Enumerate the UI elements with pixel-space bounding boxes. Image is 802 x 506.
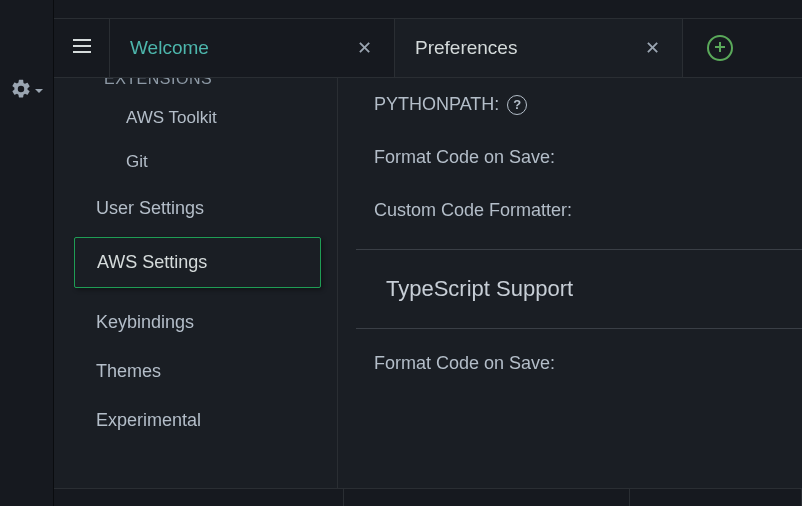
tab-label: Preferences: [415, 37, 517, 59]
status-cell[interactable]: [630, 489, 802, 506]
setting-label: Format Code on Save:: [374, 147, 555, 168]
activity-bar: [0, 0, 54, 506]
tab-menu-button[interactable]: [54, 19, 110, 77]
sidebar-item-experimental[interactable]: Experimental: [54, 396, 337, 445]
top-spacer: [54, 0, 802, 18]
preferences-panel: PYTHONPATH: ? Format Code on Save: Custo…: [338, 78, 802, 506]
setting-label: Custom Code Formatter:: [374, 200, 572, 221]
setting-pythonpath: PYTHONPATH: ?: [338, 78, 802, 131]
status-bar: [54, 488, 802, 506]
sidebar-item-aws-settings[interactable]: AWS Settings: [74, 237, 321, 288]
sidebar-item-keybindings[interactable]: Keybindings: [54, 298, 337, 347]
sidebar-item-git[interactable]: Git: [54, 140, 337, 184]
new-tab-button[interactable]: [707, 35, 733, 61]
setting-custom-code-formatter: Custom Code Formatter:: [338, 184, 802, 237]
setting-format-code-on-save: Format Code on Save:: [338, 131, 802, 184]
settings-gear-dropdown[interactable]: [10, 78, 44, 104]
tab-bar: Welcome ✕ Preferences ✕: [54, 18, 802, 78]
caret-down-icon: [34, 82, 44, 100]
tab-plus-area: [683, 19, 802, 77]
plus-icon: [714, 39, 726, 57]
tab-label: Welcome: [130, 37, 209, 59]
help-icon[interactable]: ?: [507, 95, 527, 115]
sidebar-item-themes[interactable]: Themes: [54, 347, 337, 396]
status-cell[interactable]: [54, 489, 344, 506]
setting-format-code-on-save-ts: Format Code on Save:: [338, 337, 802, 390]
preferences-sidebar: EXTENSIONS AWS Toolkit Git User Settings…: [54, 78, 338, 506]
setting-label: PYTHONPATH:: [374, 94, 499, 115]
hamburger-icon: [72, 38, 92, 58]
close-icon[interactable]: ✕: [353, 39, 376, 57]
gear-icon: [10, 78, 32, 104]
tab-welcome[interactable]: Welcome ✕: [110, 19, 395, 77]
sidebar-item-aws-toolkit[interactable]: AWS Toolkit: [54, 96, 337, 140]
setting-label: Format Code on Save:: [374, 353, 555, 374]
sidebar-item-user-settings[interactable]: User Settings: [54, 184, 337, 233]
tab-preferences[interactable]: Preferences ✕: [395, 19, 683, 77]
section-typescript-support: TypeScript Support: [356, 249, 802, 329]
sidebar-section-extensions: EXTENSIONS: [54, 78, 337, 96]
close-icon[interactable]: ✕: [641, 39, 664, 57]
status-cell[interactable]: [344, 489, 630, 506]
